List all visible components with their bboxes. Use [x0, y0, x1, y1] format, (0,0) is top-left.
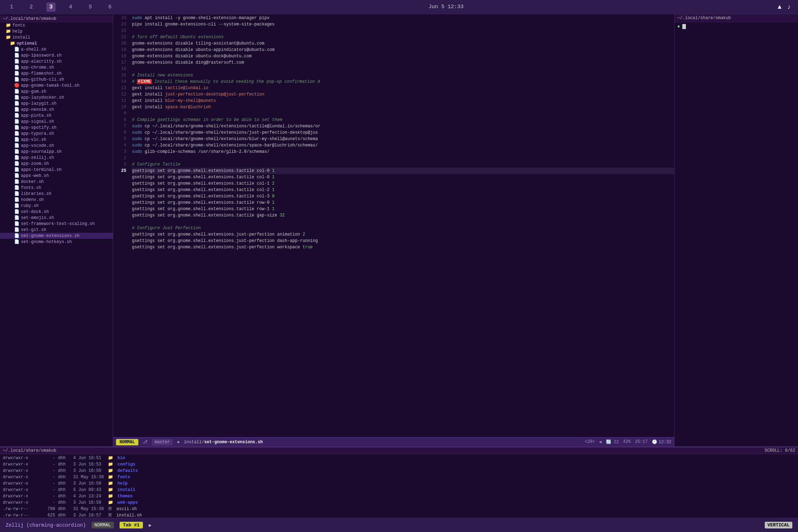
code-line: sudo cp ~/.local/share/gnome-shell/exten… — [132, 142, 674, 149]
right-panel-header: ~/.local/share/omakub — [675, 14, 798, 22]
tab-1[interactable]: 1 — [7, 2, 16, 12]
right-panel-content: ◆ — [675, 22, 798, 446]
fm-row-install-sh: .rw-rw-r-- 625 dhh 3 Jun 18:57 🖹 install… — [3, 512, 795, 518]
tree-item-app-neovim[interactable]: 📄app-neovim.sh — [0, 106, 113, 112]
tree-item-set-gnome-hotkeys[interactable]: 📄set-gnome-hotkeys.sh — [0, 239, 113, 245]
fm-row-install: drwxrwxr-x - dhh 5 Jun 09:43 📁 install — [3, 487, 795, 493]
tree-item-a-shell[interactable]: 📄a-shell.sh — [0, 46, 113, 52]
tab-3[interactable]: 3 — [46, 2, 56, 12]
code-line: gext install space-bar@luchrioh — [132, 104, 674, 110]
tree-item-app-vlc[interactable]: 📄app-vlc.sh — [0, 137, 113, 143]
fm-perms: drwxrwxr-x — [3, 474, 35, 480]
fm-name: fonts — [117, 474, 130, 480]
bottom-tab[interactable]: Tab #1 — [120, 522, 143, 528]
percent: 42% — [623, 439, 631, 445]
tree-item-app-xournalpp[interactable]: 📄app-xournalpp.sh — [0, 149, 113, 155]
tree-item-app-typora[interactable]: 📄app-typora.sh — [0, 131, 113, 137]
tree-item-install[interactable]: 📁install — [0, 34, 113, 40]
fm-size: - — [37, 468, 55, 474]
tree-item-set-gnome-extensions[interactable]: 📄set-gnome-extensions.sh — [0, 233, 113, 239]
fm-row-web-apps: drwxrwxr-x - dhh 3 Jun 16:50 📁 web-apps — [3, 499, 795, 506]
fm-content: drwxrwxr-x - dhh 4 Jun 16:51 📁 bin drwxr… — [0, 454, 798, 518]
fm-dir-icon: 📁 — [108, 455, 113, 461]
code-line: gsettings set org.gnome.shell.extensions… — [132, 174, 674, 180]
fm-name: help — [117, 480, 128, 487]
tab-4[interactable]: 4 — [66, 2, 75, 12]
code-line: # Install new extensions — [132, 72, 674, 79]
tab-2[interactable]: 2 — [27, 2, 36, 12]
tree-item-set-framework[interactable]: 📄set-framework-text-scaling.sh — [0, 221, 113, 227]
fm-row-help: drwxrwxr-x - dhh 3 Jun 16:50 📁 help — [3, 480, 795, 487]
tree-item-fonts[interactable]: 📄fonts.sh — [0, 185, 113, 191]
bottom-right: VERTICAL — [765, 522, 792, 528]
code-line: # FIXME Install these manually to avoid … — [132, 79, 674, 85]
tree-item-app-lazygit[interactable]: 📄app-lazygit.sh — [0, 100, 113, 106]
fm-scroll-info: SCROLL: 0/62 — [765, 448, 795, 453]
tree-item-app-alacritty[interactable]: 📄app-alacritty.sh — [0, 58, 113, 64]
cursor-pos: <20> — [585, 439, 595, 445]
tree-item-nodenv[interactable]: 📄nodenv.sh — [0, 197, 113, 203]
fm-row-ascii: .rw-rw-r-- 798 dhh 31 May 15:30 🖹 ascii.… — [3, 506, 795, 512]
fm-size: 625 — [37, 512, 55, 518]
fm-size: - — [37, 487, 55, 493]
fm-owner: dhh — [58, 493, 70, 499]
tree-item-app-gnome-tweak[interactable]: 🔴app-gnome-tweak-tool.sh — [0, 82, 113, 88]
main-layout: ~/.local/share/omakub 📁fonts 📁help 📁inst… — [0, 14, 798, 518]
fm-date: 31 May 15:30 — [73, 474, 105, 480]
code-line: gsettings set org.gnome.shell.extensions… — [132, 200, 674, 206]
tree-item-app-gum[interactable]: 📄app-gum.sh — [0, 88, 113, 94]
tree-item-app-lazydocker[interactable]: 📄app-lazydocker.sh — [0, 94, 113, 100]
tree-item-app-signal[interactable]: 📄app-signal.sh — [0, 118, 113, 125]
tree-item-fonts[interactable]: 📁fonts — [0, 22, 113, 28]
tree-item-app-chrome[interactable]: 📄app-chrome.sh — [0, 64, 113, 70]
tab-5[interactable]: 5 — [86, 2, 95, 12]
code-line: gsettings set org.gnome.shell.extensions… — [132, 180, 674, 187]
fm-date: 3 Jun 16:53 — [73, 461, 105, 468]
code-line: # Configure Just Perfection — [132, 225, 674, 231]
fm-date: 3 Jun 16:50 — [73, 480, 105, 487]
fm-size: - — [37, 480, 55, 487]
tree-item-apps-web[interactable]: 📄apps-web.sh — [0, 173, 113, 179]
tree-item-set-git[interactable]: 📄set-git.sh — [0, 227, 113, 233]
fm-owner: dhh — [58, 474, 70, 480]
code-line: gext install tactile@lundal.io — [132, 85, 674, 91]
tree-item-optional[interactable]: 📁optional — [0, 40, 113, 46]
code-line: # Compile gsettings schemas in order to … — [132, 117, 674, 123]
datetime: Jun 5 12:33 — [429, 4, 464, 10]
file-path: install/set-gnome-extensions.sh — [184, 440, 263, 445]
tree-item-apps-terminal[interactable]: 📄apps-terminal.sh — [0, 167, 113, 173]
code-line: gsettings set org.gnome.shell.extensions… — [132, 231, 674, 238]
tree-item-docker[interactable]: 📄docker.sh — [0, 179, 113, 185]
tree-item-ruby[interactable]: 📄ruby.sh — [0, 203, 113, 209]
fm-row-themes: drwxrwxr-x - dhh 4 Jun 13:24 📁 themes — [3, 493, 795, 499]
fm-size: - — [37, 499, 55, 506]
tab-6[interactable]: 6 — [105, 2, 115, 12]
fm-date: 4 Jun 16:51 — [73, 455, 105, 461]
topbar: 1 2 3 4 5 6 Jun 5 12:33 ▲ ♪ — [0, 0, 798, 14]
tree-item-app-1password[interactable]: 📄app-1password.sh — [0, 52, 113, 58]
tree-item-app-zellij[interactable]: 📄app-zellij.sh — [0, 155, 113, 161]
line-indicator: ◀ — [599, 439, 602, 445]
tree-item-app-pinta[interactable]: 📄app-pinta.sh — [0, 112, 113, 118]
tree-item-app-github-cli[interactable]: 📄app-github-cli.sh — [0, 76, 113, 82]
fm-dir-icon: 📁 — [108, 480, 113, 487]
tree-item-app-zoom[interactable]: 📄app-zoom.sh — [0, 161, 113, 167]
tree-item-libraries[interactable]: 📄libraries.sh — [0, 191, 113, 197]
fm-perms: drwxrwxr-x — [3, 468, 35, 474]
fm-size: - — [37, 461, 55, 468]
fm-dir-icon: 📁 — [108, 499, 113, 506]
fm-path: ~/.local/share/omakub — [3, 448, 56, 453]
fm-perms: drwxrwxr-x — [3, 499, 35, 506]
editor-content: 24 23 22 21 20 19 18 17 16 15 14 13 12 1… — [113, 14, 674, 437]
tree-item-app-flameshot[interactable]: 📄app-flameshot.sh — [0, 70, 113, 76]
tree-item-set-dock[interactable]: 📄set-dock.sh — [0, 209, 113, 215]
tree-item-app-spotify[interactable]: 📄app-spotify.sh — [0, 125, 113, 131]
tree-item-app-vscode[interactable]: 📄app-vscode.sh — [0, 143, 113, 149]
layout-label: VERTICAL — [765, 522, 792, 528]
code-line: gsettings set org.gnome.shell.extensions… — [132, 193, 674, 200]
editor-area: 24 23 22 21 20 19 18 17 16 15 14 13 12 1… — [113, 14, 674, 446]
right-panel: ~/.local/share/omakub ◆ — [674, 14, 798, 446]
tree-item-set-emojis[interactable]: 📄set-emojis.sh — [0, 215, 113, 221]
tree-item-help[interactable]: 📁help — [0, 28, 113, 34]
fm-size: - — [37, 455, 55, 461]
